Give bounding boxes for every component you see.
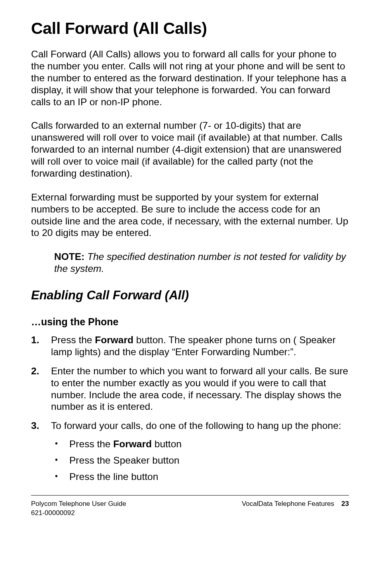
list-item: • Press the line button	[51, 470, 349, 483]
text-bold: Forward	[95, 334, 133, 345]
ordered-list: 1. Press the Forward button. The speaker…	[31, 334, 349, 486]
paragraph-3: External forwarding must be supported by…	[31, 191, 349, 239]
document-page: Call Forward (All Calls) Call Forward (A…	[0, 0, 380, 530]
text-bold: Forward	[113, 439, 152, 449]
subsection-heading: …using the Phone	[31, 316, 349, 328]
list-item-body: Press the Forward button	[69, 437, 182, 450]
list-item-body: To forward your calls, do one of the fol…	[51, 420, 349, 486]
bullet-icon: •	[51, 454, 69, 467]
footer-right: VocalData Telephone Features23	[242, 500, 349, 518]
list-item-body: Press the Speaker button	[69, 454, 179, 467]
list-item: 3. To forward your calls, do one of the …	[31, 420, 349, 486]
bullet-icon: •	[51, 470, 69, 483]
footer-doc-number: 621-00000092	[31, 509, 126, 518]
list-item: 2. Enter the number to which you want to…	[31, 365, 349, 413]
text-post: button	[152, 439, 182, 449]
note-body: The specified destination number is not …	[54, 251, 346, 274]
text-pre: Press the	[51, 334, 95, 345]
footer-guide-title: Polycom Telephone User Guide	[31, 500, 126, 509]
list-item-number: 3.	[31, 420, 51, 486]
bullet-icon: •	[51, 437, 69, 450]
list-item-number: 2.	[31, 365, 51, 413]
paragraph-1: Call Forward (All Calls) allows you to f…	[31, 48, 349, 108]
footer-page-number: 23	[341, 500, 349, 507]
list-item-body: Press the line button	[69, 470, 158, 483]
note-label: NOTE:	[54, 251, 84, 262]
page-title: Call Forward (All Calls)	[31, 19, 349, 38]
list-item-body: Press the Forward button. The speaker ph…	[51, 334, 349, 358]
text-pre: Press the	[69, 439, 113, 449]
footer-rule	[31, 495, 349, 496]
page-footer: Polycom Telephone User Guide 621-0000009…	[31, 500, 349, 518]
list-item: • Press the Forward button	[51, 437, 349, 450]
footer-left: Polycom Telephone User Guide 621-0000009…	[31, 500, 126, 518]
footer-section-title: VocalData Telephone Features	[242, 500, 334, 507]
note-block: NOTE: The specified destination number i…	[31, 251, 349, 275]
list-item: • Press the Speaker button	[51, 454, 349, 467]
unordered-list: • Press the Forward button • Press the S…	[51, 437, 349, 483]
list-item-body: Enter the number to which you want to fo…	[51, 365, 349, 413]
list-item: 1. Press the Forward button. The speaker…	[31, 334, 349, 358]
list-item-number: 1.	[31, 334, 51, 358]
list-item-text: To forward your calls, do one of the fol…	[51, 420, 341, 431]
paragraph-2: Calls forwarded to an external number (7…	[31, 120, 349, 179]
section-heading: Enabling Call Forward (All)	[31, 288, 349, 303]
